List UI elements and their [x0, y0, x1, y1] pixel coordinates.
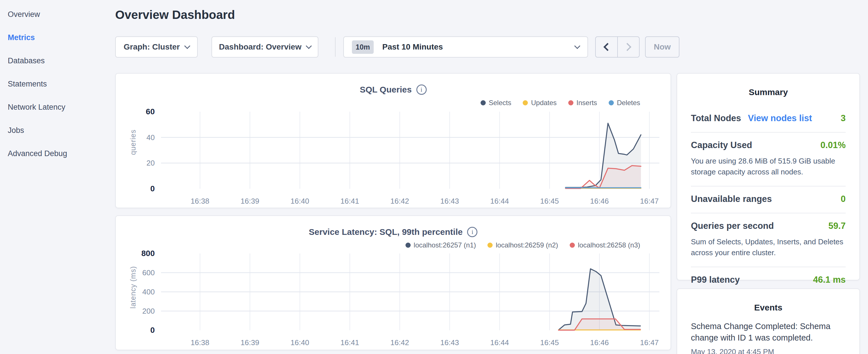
summary-label: Total Nodes — [691, 113, 741, 123]
graph-dropdown[interactable]: Graph: Cluster — [115, 36, 198, 58]
svg-text:16:41: 16:41 — [340, 338, 359, 347]
sidebar-item-statements[interactable]: Statements — [8, 72, 114, 96]
summary-title: Summary — [677, 74, 859, 97]
sidebar-item-jobs[interactable]: Jobs — [8, 119, 114, 142]
svg-text:60: 60 — [146, 107, 155, 116]
sidebar-item-metrics[interactable]: Metrics — [8, 26, 114, 49]
event-timestamp: May 13, 2020 at 4:45 PM — [691, 347, 839, 354]
chevron-down-icon — [184, 43, 190, 49]
toolbar-divider — [335, 37, 336, 57]
dashboard-dropdown-label: Dashboard: Overview — [219, 42, 302, 52]
time-range-badge: 10m — [352, 40, 374, 54]
now-button[interactable]: Now — [645, 36, 679, 58]
svg-text:40: 40 — [147, 133, 155, 142]
summary-panel: Summary Total Nodes View nodes list 3 Ca… — [677, 73, 860, 280]
summary-label: Capacity Used — [691, 140, 752, 150]
summary-row-total-nodes: Total Nodes View nodes list 3 — [691, 106, 846, 133]
sidebar-item-overview[interactable]: Overview — [8, 3, 114, 26]
summary-label: Unavailable ranges — [691, 194, 772, 204]
graph-dropdown-label: Graph: Cluster — [124, 42, 180, 52]
summary-row-unavailable-ranges: Unavailable ranges 0 — [691, 187, 846, 213]
sidebar-item-network-latency[interactable]: Network Latency — [8, 96, 114, 119]
summary-row-queries-per-second: Queries per second 59.7 Sum of Selects, … — [691, 213, 846, 267]
svg-text:16:44: 16:44 — [490, 338, 509, 347]
svg-text:16:44: 16:44 — [490, 197, 509, 205]
svg-text:16:42: 16:42 — [390, 338, 409, 347]
summary-value: 0.01% — [820, 140, 846, 150]
svg-text:16:43: 16:43 — [440, 197, 459, 205]
event-text: Schema Change Completed: Schema change w… — [691, 321, 839, 344]
sql-queries-chart-card: SQL Queries i Selects Updates Inserts De… — [115, 73, 671, 208]
sidebar-item-databases[interactable]: Databases — [8, 49, 114, 72]
summary-description: You are using 28.6 MiB of 515.9 GiB usab… — [691, 156, 846, 177]
time-next-button[interactable] — [618, 37, 639, 57]
svg-text:20: 20 — [147, 159, 155, 167]
sql-queries-plot: 16:3816:3916:4016:4116:4216:4316:4416:45… — [116, 74, 672, 209]
time-prev-button[interactable] — [596, 37, 618, 57]
sidebar-item-advanced-debug[interactable]: Advanced Debug — [8, 142, 114, 165]
events-title: Events — [677, 289, 859, 313]
svg-text:16:40: 16:40 — [290, 197, 309, 205]
sidebar: Overview Metrics Databases Statements Ne… — [0, 0, 114, 354]
service-latency-chart-card: Service Latency: SQL, 99th percentile i … — [115, 215, 671, 350]
svg-text:16:38: 16:38 — [191, 197, 209, 205]
svg-text:16:42: 16:42 — [390, 197, 409, 205]
svg-text:16:39: 16:39 — [241, 197, 259, 205]
service-latency-plot: 16:3816:3916:4016:4116:4216:4316:4416:45… — [116, 216, 672, 351]
events-panel: Events Schema Change Completed: Schema c… — [677, 288, 860, 354]
svg-text:16:45: 16:45 — [540, 338, 559, 347]
summary-row-capacity-used: Capacity Used 0.01% You are using 28.6 M… — [691, 133, 846, 187]
summary-value: 3 — [841, 113, 846, 123]
summary-value: 59.7 — [829, 221, 846, 231]
svg-text:800: 800 — [141, 249, 155, 258]
svg-text:16:38: 16:38 — [191, 338, 209, 347]
svg-text:16:40: 16:40 — [290, 338, 309, 347]
svg-text:16:41: 16:41 — [340, 197, 359, 205]
summary-value: 0 — [841, 194, 846, 204]
chevron-down-icon — [574, 43, 580, 49]
svg-text:16:39: 16:39 — [241, 338, 259, 347]
dashboard-dropdown[interactable]: Dashboard: Overview — [212, 36, 318, 58]
chevron-right-icon — [623, 43, 631, 51]
svg-text:16:45: 16:45 — [540, 197, 559, 205]
summary-label: P99 latency — [691, 275, 740, 285]
svg-text:16:47: 16:47 — [640, 197, 659, 205]
summary-label: Queries per second — [691, 221, 774, 231]
svg-text:16:43: 16:43 — [440, 338, 459, 347]
time-range-selector[interactable]: 10m Past 10 Minutes — [343, 36, 588, 58]
chevron-down-icon — [306, 43, 312, 49]
svg-text:16:47: 16:47 — [640, 338, 659, 347]
svg-text:16:46: 16:46 — [590, 197, 609, 205]
time-range-label: Past 10 Minutes — [382, 42, 443, 52]
event-item: Schema Change Completed: Schema change w… — [677, 313, 859, 354]
summary-value: 46.1 ms — [813, 275, 846, 285]
svg-text:600: 600 — [143, 268, 155, 277]
svg-text:0: 0 — [150, 326, 155, 334]
chevron-left-icon — [603, 43, 612, 51]
svg-text:0: 0 — [150, 184, 155, 193]
summary-description: Sum of Selects, Updates, Inserts, and De… — [691, 236, 846, 258]
svg-text:200: 200 — [143, 307, 155, 315]
svg-text:400: 400 — [143, 288, 155, 296]
page-title: Overview Dashboard — [115, 8, 235, 22]
view-nodes-list-link[interactable]: View nodes list — [748, 113, 812, 123]
time-step-buttons — [595, 36, 640, 58]
svg-text:16:46: 16:46 — [590, 338, 609, 347]
